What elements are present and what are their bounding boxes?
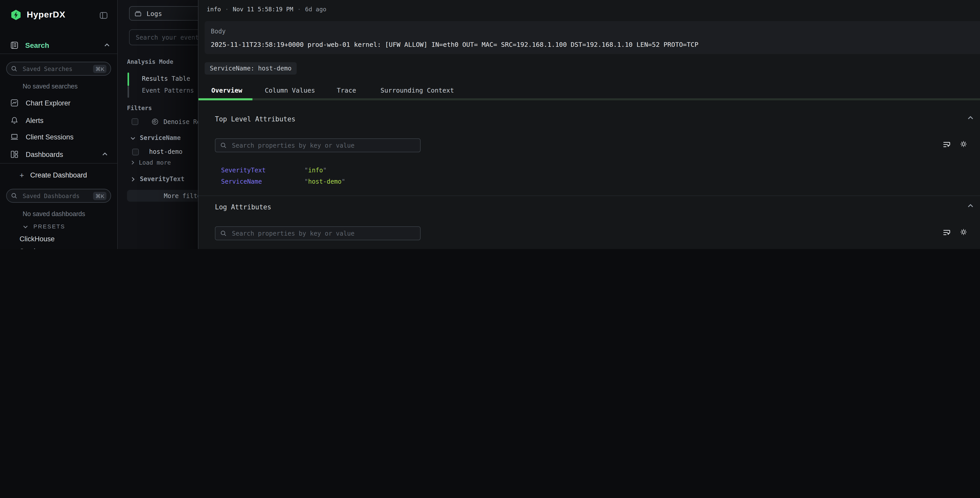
logo[interactable]: HyperDX [10, 9, 65, 21]
chevron-right-icon [130, 176, 136, 182]
body-label: Body [211, 28, 226, 35]
tab-trace[interactable]: Trace [337, 86, 356, 94]
inactive-mode-indicator [127, 86, 129, 98]
host-demo-label[interactable]: host-demo [149, 148, 183, 155]
event-timestamp: Nov 11 5:58:19 PM [233, 6, 293, 13]
chevron-up-icon[interactable] [102, 151, 108, 157]
filter-group-servicename[interactable]: ServiceName [130, 134, 181, 142]
presets-label: PRESETS [33, 223, 65, 230]
saved-searches-input[interactable]: ⌘K [6, 62, 111, 76]
dot-separator: · [225, 6, 229, 13]
attribute-value[interactable]: info [304, 167, 327, 174]
sidebar-item-label: Chart Explorer [26, 99, 70, 107]
archive-box-icon [134, 10, 142, 17]
plus-icon: + [19, 171, 24, 180]
load-more-button[interactable]: Load more [130, 159, 171, 166]
drawer-tabs: Overview Column Values Trace Surrounding… [199, 82, 980, 98]
create-dashboard-button[interactable]: + Create Dashboard [19, 171, 87, 180]
gear-icon[interactable] [959, 228, 968, 237]
attribute-row[interactable]: ServiceName host-demo [221, 177, 972, 186]
dashboard-grid-icon [10, 150, 19, 158]
divider [199, 195, 980, 196]
attribute-row[interactable]: SeverityText info [221, 166, 972, 174]
gear-icon[interactable] [959, 140, 968, 149]
create-dashboard-label: Create Dashboard [30, 171, 87, 179]
top-level-search-input[interactable] [231, 141, 415, 150]
search-icon [11, 192, 18, 199]
filter-group-severitytext[interactable]: SeverityText [130, 176, 185, 183]
app-title: HyperDX [27, 10, 65, 20]
active-tab-indicator [199, 98, 253, 100]
saved-dashboards-input[interactable]: ⌘K [6, 189, 111, 203]
tab-overview[interactable]: Overview [211, 86, 242, 94]
sidebar-collapse-icon[interactable] [99, 11, 108, 19]
load-more-label: Load more [139, 159, 171, 166]
event-details-drawer: info · Nov 11 5:58:19 PM · 6d ago Body 2… [198, 0, 980, 249]
wrap-lines-icon[interactable] [942, 140, 951, 149]
attribute-key[interactable]: SeverityText [221, 167, 304, 174]
search-nav-icon [10, 41, 19, 49]
chart-icon [10, 99, 19, 107]
sidebar-item-alerts[interactable]: Alerts [0, 113, 117, 128]
denoise-icon [151, 118, 159, 126]
chevron-right-icon [130, 160, 135, 165]
section-tools [942, 140, 968, 149]
shortcut-badge: ⌘K [93, 65, 107, 73]
event-meta: info · Nov 11 5:58:19 PM · 6d ago [207, 6, 326, 13]
sidebar-item-label: Dashboards [26, 150, 63, 158]
presets-toggle[interactable]: PRESETS [22, 223, 65, 230]
divider [0, 163, 117, 164]
preset-services[interactable]: Services [19, 247, 46, 249]
sidebar-item-chart-explorer[interactable]: Chart Explorer [0, 95, 117, 111]
analysis-mode-label: Analysis Mode [127, 58, 173, 65]
search-icon [220, 142, 227, 149]
search-icon [220, 230, 227, 237]
attribute-key[interactable]: ServiceName [221, 178, 304, 185]
top-level-attributes-title: Top Level Attributes [215, 115, 295, 123]
log-attributes-search-input[interactable] [231, 229, 415, 238]
sidebar: HyperDX Search ⌘K No saved searches [0, 0, 118, 249]
sidebar-item-label: Alerts [26, 117, 43, 124]
section-tools [942, 228, 968, 237]
filter-group-label: SeverityText [140, 176, 185, 183]
service-name-tag[interactable]: ServiceName: host-demo [205, 62, 297, 75]
denoise-checkbox[interactable] [132, 118, 138, 125]
log-attributes-search-box[interactable] [215, 227, 421, 240]
saved-searches-field[interactable] [22, 65, 89, 73]
filter-group-label: ServiceName [140, 134, 181, 142]
tab-track [199, 98, 980, 100]
mode-results-table[interactable]: Results Table [142, 75, 190, 82]
collapse-section-icon[interactable] [967, 115, 974, 121]
active-mode-indicator [127, 73, 129, 86]
event-age: 6d ago [305, 6, 326, 13]
chevron-down-icon [130, 135, 136, 141]
sidebar-item-search[interactable]: Search [10, 41, 110, 49]
mode-event-patterns[interactable]: Event Patterns [142, 87, 194, 94]
collapse-section-icon[interactable] [967, 203, 974, 209]
log-attributes-title: Log Attributes [215, 203, 271, 211]
wrap-lines-icon[interactable] [942, 228, 951, 237]
sidebar-item-dashboards[interactable]: Dashboards [0, 147, 117, 162]
preset-clickhouse[interactable]: ClickHouse [19, 235, 55, 243]
body-card: Body 2025-11-11T23:58:19+0000 prod-web-0… [205, 21, 980, 54]
top-level-search-box[interactable] [215, 138, 421, 152]
divider [0, 54, 117, 54]
no-saved-dashboards-text: No saved dashboards [22, 211, 85, 218]
shortcut-badge: ⌘K [93, 192, 107, 200]
body-log-line: 2025-11-11T23:58:19+0000 prod-web-01 ker… [211, 41, 975, 48]
sidebar-item-client-sessions[interactable]: Client Sessions [0, 129, 117, 145]
host-demo-checkbox[interactable] [132, 149, 139, 155]
attribute-value[interactable]: host-demo [304, 178, 345, 185]
sidebar-item-label: Client Sessions [26, 133, 73, 141]
hyperdx-logo-icon [10, 9, 22, 21]
tab-surrounding-context[interactable]: Surrounding Context [380, 86, 454, 94]
chevron-up-icon[interactable] [104, 42, 110, 48]
bell-icon [10, 116, 19, 124]
tab-column-values[interactable]: Column Values [265, 86, 315, 94]
laptop-icon [10, 133, 19, 141]
search-icon [11, 65, 18, 72]
saved-dashboards-field[interactable] [22, 192, 89, 200]
chevron-down-icon [22, 223, 28, 229]
source-selector-label: Logs [146, 10, 162, 17]
dot-separator: · [298, 6, 301, 13]
